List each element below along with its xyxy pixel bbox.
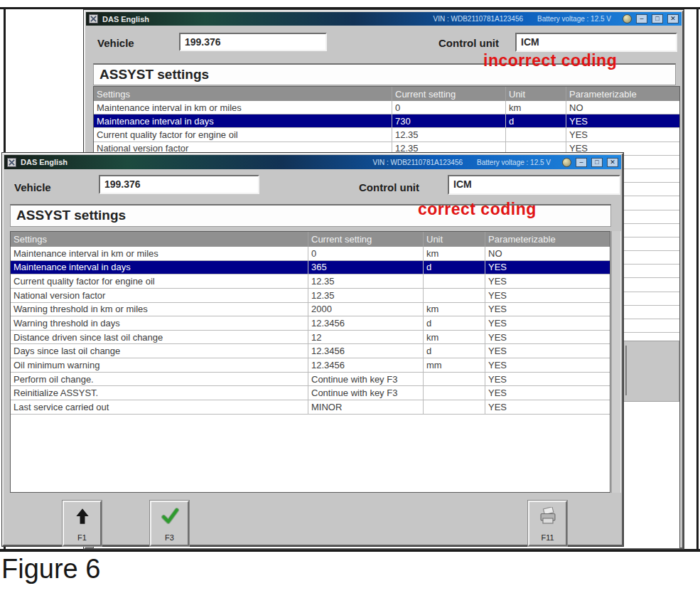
minimize-button[interactable]: – [636, 14, 647, 23]
table-cell-unit: d [424, 316, 485, 330]
table-row[interactable]: Maintenance interval in days730dYES [94, 114, 679, 128]
table-cell-setting: Last service carried out [11, 400, 308, 414]
window-title: DAS English [102, 15, 149, 23]
table-cell-value: Continue with key F3 [308, 373, 424, 386]
check-icon [160, 507, 180, 528]
vin-readout: VIN : WDB2110781A123456 [372, 159, 463, 166]
vehicle-field[interactable]: 199.376 [99, 175, 259, 194]
column-header-current-setting: Current setting [308, 232, 424, 247]
maximize-button[interactable]: □ [652, 14, 663, 23]
title-bar: DAS English VIN : WDB2110781A123456 Batt… [86, 12, 682, 26]
table-cell-param: YES [485, 274, 610, 288]
table-cell-param: YES [485, 331, 610, 344]
table-cell-setting: National version factor [11, 289, 308, 302]
column-header-unit: Unit [506, 87, 566, 101]
table-cell-value: 0 [392, 101, 506, 114]
table-cell-unit [424, 400, 485, 414]
vehicle-field[interactable]: 199.376 [179, 33, 327, 51]
frame-line-right [696, 7, 699, 552]
table-cell-unit [424, 274, 485, 288]
table-row[interactable]: Reinitialize ASSYST.Continue with key F3… [11, 386, 610, 400]
table-header-row: Settings Current setting Unit Parameteri… [11, 232, 610, 247]
frame-line-top [0, 7, 700, 9]
table-row[interactable]: Perform oil change.Continue with key F3Y… [11, 373, 610, 387]
table-row[interactable]: Last service carried outMINORYES [11, 400, 610, 415]
table-cell-param: YES [485, 261, 610, 274]
table-row[interactable]: Oil minimum warning12.3456mmYES [11, 358, 610, 373]
table-cell-unit: km [506, 101, 566, 114]
app-icon [89, 14, 98, 23]
table-cell-unit: km [424, 247, 485, 260]
table-cell-unit: d [424, 261, 485, 274]
assyst-settings-table: Settings Current setting Unit Parameteri… [10, 231, 610, 493]
globe-icon [562, 158, 571, 167]
table-row[interactable]: Current quality factor for engine oil12.… [94, 128, 679, 142]
table-cell-param: YES [485, 344, 610, 358]
table-row[interactable]: Maintenance interval in km or miles0kmNO [94, 101, 679, 114]
table-cell-setting: Reinitialize ASSYST. [11, 386, 308, 400]
table-header-row: Settings Current setting Unit Parameteri… [94, 87, 679, 101]
table-cell-value: 12.3456 [308, 344, 424, 358]
figure-page: DAS English VIN : WDB2110781A123456 Batt… [0, 0, 700, 598]
f1-button[interactable]: F1 [63, 501, 102, 546]
table-cell-value: 12.3456 [308, 316, 424, 330]
table-cell-param: YES [485, 358, 610, 372]
f11-button[interactable]: F11 [528, 501, 567, 546]
table-cell-setting: Days since last oil change [11, 344, 308, 358]
table-cell-param: YES [566, 128, 679, 141]
figure-caption: Figure 6 [1, 554, 100, 584]
table-scrollbar[interactable] [611, 231, 621, 493]
window-title: DAS English [21, 158, 68, 166]
printer-icon [538, 507, 558, 528]
table-cell-value: 12.35 [392, 128, 506, 141]
annotation-incorrect-coding: incorrect coding [483, 51, 617, 70]
up-arrow-icon [73, 507, 92, 528]
table-row[interactable]: Maintenance interval in days365dYES [11, 261, 610, 275]
button-label: F3 [165, 533, 174, 542]
table-row[interactable]: Days since last oil change12.3456dYES [11, 344, 610, 358]
scrollbar-thumb[interactable] [620, 341, 679, 402]
annotation-correct-coding: correct coding [418, 200, 537, 219]
table-row[interactable]: Distance driven since last oil change12k… [11, 331, 610, 345]
table-cell-setting: Maintenance interval in km or miles [11, 247, 308, 260]
control-unit-label: Control unit [359, 181, 419, 193]
table-row[interactable]: Maintenance interval in km or miles0kmNO [11, 247, 610, 261]
table-row[interactable]: Warning threshold in days12.3456dYES [11, 316, 610, 331]
table-cell-unit: km [424, 331, 485, 344]
battery-voltage-readout: Battery voltage : 12.5 V [477, 159, 551, 166]
table-cell-value: 12.3456 [308, 358, 424, 372]
table-cell-unit: d [506, 114, 566, 127]
table-row[interactable]: National version factor12.35YES [11, 289, 610, 303]
close-button[interactable]: ✕ [667, 14, 679, 23]
table-cell-setting: Maintenance interval in km or miles [94, 101, 392, 114]
table-cell-param: YES [485, 400, 610, 414]
maximize-button[interactable]: □ [591, 158, 603, 167]
close-button[interactable]: ✕ [607, 158, 618, 167]
table-cell-unit [424, 289, 485, 302]
table-cell-setting: Warning threshold in km or miles [11, 303, 308, 316]
vin-readout: VIN : WDB2110781A123456 [433, 15, 523, 23]
control-unit-field[interactable]: ICM [515, 33, 677, 52]
table-cell-setting: Maintenance interval in days [11, 261, 308, 274]
table-cell-param: YES [566, 114, 679, 127]
table-cell-param: YES [485, 373, 610, 386]
title-bar: DAS English VIN : WDB2110781A123456 Batt… [4, 155, 621, 169]
table-cell-param: NO [485, 247, 610, 260]
control-unit-field[interactable]: ICM [448, 175, 620, 195]
table-cell-value: 730 [392, 114, 506, 127]
column-header-current-setting: Current setting [392, 87, 506, 101]
f3-button[interactable]: F3 [150, 501, 189, 546]
table-cell-setting: Oil minimum warning [11, 358, 308, 372]
das-window-foreground: DAS English VIN : WDB2110781A123456 Batt… [2, 153, 623, 546]
table-row[interactable]: Warning threshold in km or miles2000kmYE… [11, 303, 610, 317]
table-cell-unit [424, 386, 485, 400]
table-row[interactable]: Current quality factor for engine oil12.… [11, 274, 610, 289]
table-cell-param: YES [485, 316, 610, 330]
control-unit-label: Control unit [438, 37, 499, 49]
table-cell-param: NO [566, 101, 679, 114]
button-label: F1 [77, 533, 87, 542]
vehicle-label: Vehicle [14, 181, 51, 193]
table-cell-param: YES [485, 289, 610, 302]
minimize-button[interactable]: – [576, 158, 587, 167]
table-cell-setting: Current quality factor for engine oil [94, 128, 392, 141]
